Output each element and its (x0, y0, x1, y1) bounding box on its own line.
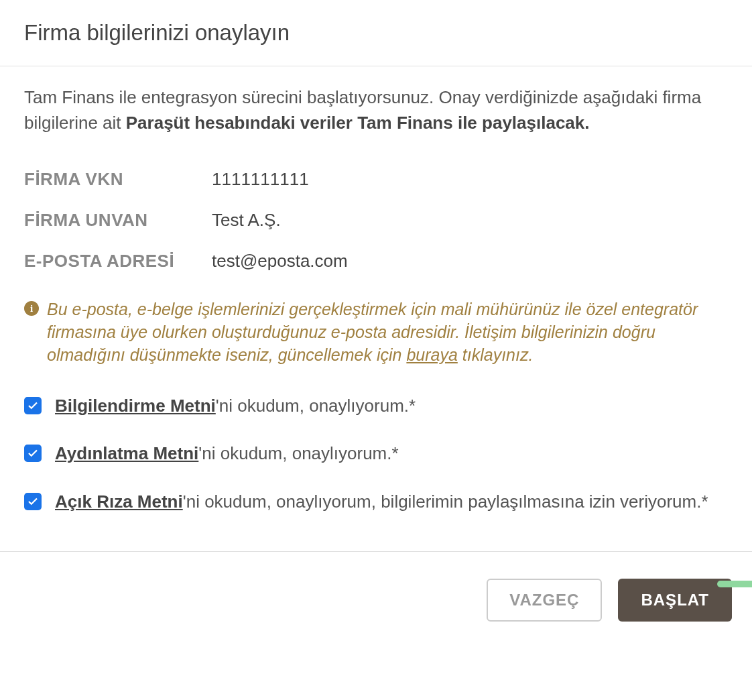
checkbox-explicit[interactable] (24, 493, 42, 510)
notice-part2: tıklayınız. (458, 345, 534, 364)
email-notice: i Bu e-posta, e-belge işlemlerinizi gerç… (24, 298, 728, 366)
info-row-email: E-POSTA ADRESİ test@eposta.com (24, 251, 728, 272)
modal-footer: VAZGEÇ BAŞLAT (0, 552, 752, 648)
vkn-value: 1111111111 (212, 169, 309, 190)
consent-suffix-disclosure: 'ni okudum, onaylıyorum.* (198, 443, 398, 463)
check-icon (27, 495, 39, 508)
intro-bold: Paraşüt hesabındaki veriler Tam Finans i… (126, 113, 590, 133)
modal-header: Firma bilgilerinizi onaylayın (0, 0, 752, 66)
email-label: E-POSTA ADRESİ (24, 251, 212, 272)
notice-text: Bu e-posta, e-belge işlemlerinizi gerçek… (47, 298, 728, 366)
consent-text-info: Bilgilendirme Metni'ni okudum, onaylıyor… (55, 394, 416, 419)
consent-row-disclosure: Aydınlatma Metni'ni okudum, onaylıyorum.… (24, 441, 728, 467)
info-icon: i (24, 301, 39, 316)
consent-row-info: Bilgilendirme Metni'ni okudum, onaylıyor… (24, 394, 728, 419)
unvan-label: FİRMA UNVAN (24, 210, 212, 231)
checkbox-info[interactable] (24, 397, 42, 414)
cancel-button[interactable]: VAZGEÇ (487, 579, 602, 622)
modal-title: Firma bilgilerinizi onaylayın (24, 20, 728, 46)
explicit-consent-link[interactable]: Açık Rıza Metni (55, 491, 183, 512)
info-row-vkn: FİRMA VKN 1111111111 (24, 169, 728, 190)
info-row-unvan: FİRMA UNVAN Test A.Ş. (24, 210, 728, 231)
intro-text: Tam Finans ile entegrasyon sürecini başl… (24, 85, 728, 135)
consent-suffix-info: 'ni okudum, onaylıyorum.* (216, 396, 416, 416)
check-icon (27, 447, 39, 459)
modal-body: Tam Finans ile entegrasyon sürecini başl… (0, 66, 752, 552)
consent-text-explicit: Açık Rıza Metni'ni okudum, onaylıyorum, … (55, 489, 708, 515)
accent-bar (717, 581, 752, 587)
email-value: test@eposta.com (212, 251, 348, 272)
notice-part1: Bu e-posta, e-belge işlemlerinizi gerçek… (47, 300, 698, 364)
start-button[interactable]: BAŞLAT (618, 579, 732, 622)
disclosure-text-link[interactable]: Aydınlatma Metni (55, 443, 198, 463)
check-icon (27, 400, 39, 412)
consent-row-explicit: Açık Rıza Metni'ni okudum, onaylıyorum, … (24, 489, 728, 515)
notice-update-link[interactable]: buraya (406, 345, 457, 364)
consent-suffix-explicit: 'ni okudum, onaylıyorum, bilgilerimin pa… (183, 491, 708, 512)
checkbox-disclosure[interactable] (24, 445, 42, 462)
vkn-label: FİRMA VKN (24, 169, 212, 190)
unvan-value: Test A.Ş. (212, 210, 281, 231)
consent-text-disclosure: Aydınlatma Metni'ni okudum, onaylıyorum.… (55, 441, 399, 467)
info-text-link[interactable]: Bilgilendirme Metni (55, 396, 216, 416)
